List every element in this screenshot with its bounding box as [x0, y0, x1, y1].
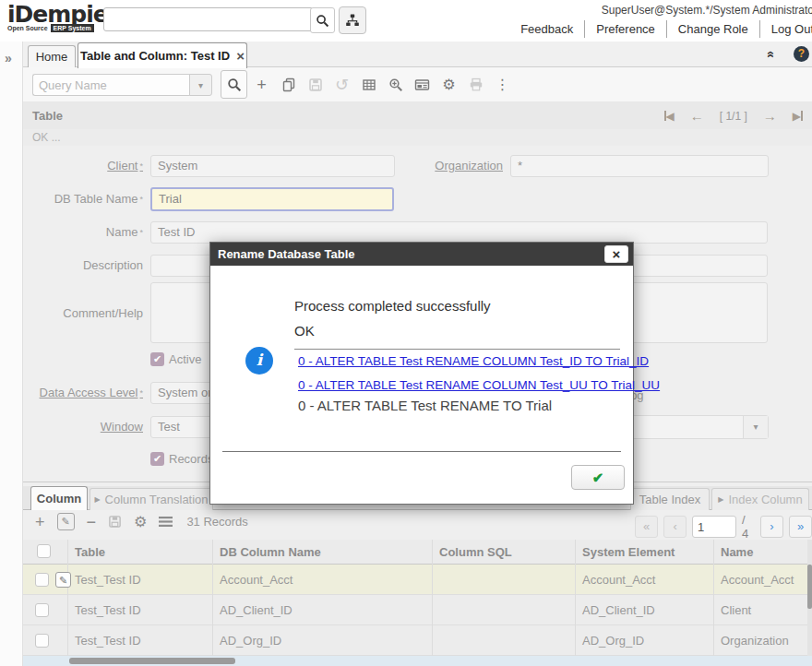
dialog-divider	[294, 349, 620, 350]
save-button[interactable]	[303, 71, 328, 98]
print-button[interactable]	[463, 71, 488, 98]
detail-new-button[interactable]: +	[35, 514, 45, 530]
dialog-header[interactable]: Rename Database Table ×	[210, 243, 633, 266]
tab-table-and-column[interactable]: Table and Column: Test ID ×	[78, 42, 247, 68]
save-icon	[308, 77, 323, 92]
vertical-scrollbar-thumb[interactable]	[807, 565, 812, 609]
menu-lookup-button[interactable]	[339, 6, 366, 34]
records-count: 31 Records	[186, 515, 247, 529]
detail-tab-index-column[interactable]: ▶ Index Column	[711, 488, 809, 510]
help-icon[interactable]: ?	[794, 46, 809, 62]
client-label[interactable]: Client	[23, 155, 143, 177]
horizontal-scrollbar-thumb[interactable]	[69, 658, 235, 664]
organization-label[interactable]: Organization	[369, 155, 503, 177]
detail-delete-button[interactable]: −	[87, 514, 97, 530]
logo-tagline-right: ERP System	[51, 24, 94, 32]
grid-toggle-button[interactable]	[356, 71, 381, 98]
row-checkbox[interactable]	[35, 603, 49, 617]
cell-table: Test_Test ID	[75, 595, 141, 625]
query-name-input[interactable]	[32, 74, 194, 96]
detail-tab-column-label: Column	[37, 492, 81, 505]
dialog-ok-button[interactable]: ✔	[571, 465, 625, 490]
client-field[interactable]: System	[150, 155, 395, 177]
print-icon	[469, 77, 484, 92]
first-record-icon[interactable]: ◀	[664, 110, 675, 123]
name-field[interactable]: Test ID	[150, 221, 768, 244]
previous-record-icon[interactable]: ←	[690, 108, 704, 124]
db-table-name-field[interactable]: Trial	[150, 187, 394, 211]
window-label[interactable]: Window	[23, 416, 143, 438]
process-button[interactable]: ⚙	[436, 71, 461, 98]
next-page-button[interactable]: ›	[760, 516, 783, 538]
header-system-element[interactable]: System Element	[582, 545, 675, 559]
active-checkbox[interactable]: ✔	[150, 352, 164, 366]
grid-column-divider	[67, 540, 68, 656]
detail-tab-column[interactable]: Column	[30, 486, 88, 510]
header-db-column-name[interactable]: DB Column Name	[220, 545, 321, 559]
preference-link[interactable]: Preference	[584, 20, 666, 38]
dialog-log-link-1[interactable]: 0 - ALTER TABLE Test RENAME COLUMN Test_…	[298, 354, 649, 368]
detail-edit-button[interactable]: ✎	[57, 513, 75, 530]
detail-tab-column-translation[interactable]: ▶ Column Translation	[90, 488, 213, 510]
check-icon: ✔	[592, 470, 604, 485]
log-out-link[interactable]: Log Out	[759, 20, 812, 38]
grid-row-2[interactable]: Test_Test ID AD_Client_ID AD_Client_ID C…	[23, 595, 812, 625]
feedback-link[interactable]: Feedback	[509, 20, 584, 38]
next-record-icon[interactable]: →	[763, 108, 777, 124]
change-role-link[interactable]: Change Role	[666, 20, 759, 38]
header-name[interactable]: Name	[721, 545, 753, 559]
dialog-footer-divider	[222, 451, 621, 452]
sitemap-icon	[345, 13, 360, 28]
header-column-sql[interactable]: Column SQL	[439, 545, 512, 559]
header-table[interactable]: Table	[75, 545, 105, 559]
detail-tab-table-index[interactable]: Table Index	[630, 488, 710, 510]
grid-row-3[interactable]: Test_Test ID AD_Org_ID AD_Org_ID Organiz…	[23, 625, 812, 656]
grid-icon	[362, 77, 376, 92]
undo-button[interactable]: ↺	[329, 71, 354, 98]
pencil-icon: ✎	[61, 516, 69, 527]
tab-home[interactable]: Home	[28, 45, 76, 67]
application-window: iDempiere Open Source ERP System SuperUs…	[0, 0, 812, 666]
expand-sidebar-icon[interactable]: »	[5, 51, 12, 65]
combo-dropdown-icon[interactable]: ▾	[743, 416, 768, 438]
grid-column-divider	[432, 540, 433, 656]
data-access-level-label[interactable]: Data Access Level	[23, 382, 143, 404]
first-page-button[interactable]: «	[635, 516, 658, 538]
find-record-button[interactable]	[221, 70, 247, 99]
new-record-button[interactable]: +	[249, 71, 274, 98]
row-checkbox[interactable]	[35, 634, 49, 648]
report-button[interactable]	[410, 71, 435, 98]
query-dropdown-button[interactable]: ▾	[189, 74, 212, 96]
zoom-across-button[interactable]	[383, 71, 408, 98]
last-page-button[interactable]: »	[789, 516, 812, 538]
global-search-input[interactable]	[103, 7, 314, 31]
global-search-button[interactable]	[310, 7, 335, 33]
detail-tab-table-index-label: Table Index	[639, 493, 701, 506]
more-actions-button[interactable]: ⋮	[490, 71, 515, 98]
dialog-log-text-3: 0 - ALTER TABLE Test RENAME TO Trial	[298, 398, 552, 413]
dialog-close-button[interactable]: ×	[604, 245, 628, 263]
copy-record-button[interactable]	[276, 71, 301, 98]
detail-process-button[interactable]: ⚙	[134, 515, 147, 529]
dialog-log-link-2[interactable]: 0 - ALTER TABLE Test RENAME COLUMN Test_…	[298, 378, 660, 392]
tab-close-icon[interactable]: ×	[236, 50, 245, 63]
cell-name: Organization	[721, 625, 789, 656]
cell-table: Test_Test ID	[75, 625, 141, 656]
detail-toggle-button[interactable]	[159, 516, 173, 528]
row-edit-icon[interactable]: ✎	[55, 572, 71, 588]
previous-page-button[interactable]: ‹	[663, 516, 687, 538]
cell-table: Test_Test ID	[75, 565, 141, 595]
last-record-icon[interactable]: ▶	[793, 110, 803, 123]
header-nav: Feedback Preference Change Role Log Out	[509, 20, 812, 38]
select-all-checkbox[interactable]	[37, 544, 51, 558]
organization-field[interactable]: *	[510, 155, 769, 177]
collapse-all-icon[interactable]: «	[764, 51, 779, 58]
logged-in-user-info: SuperUser@System.*/System Administrator	[602, 4, 812, 17]
records-deletable-checkbox[interactable]: ✔	[150, 452, 164, 466]
west-panel-collapsed: »	[0, 42, 23, 666]
detail-save-button[interactable]	[108, 515, 122, 529]
grid-row-1[interactable]: ✎ Test_Test ID Account_Acct Account_Acct…	[23, 565, 812, 595]
row-checkbox[interactable]	[35, 573, 49, 587]
detail-pagination: « ‹ / 4 › »	[635, 513, 812, 541]
page-number-input[interactable]	[692, 516, 736, 538]
